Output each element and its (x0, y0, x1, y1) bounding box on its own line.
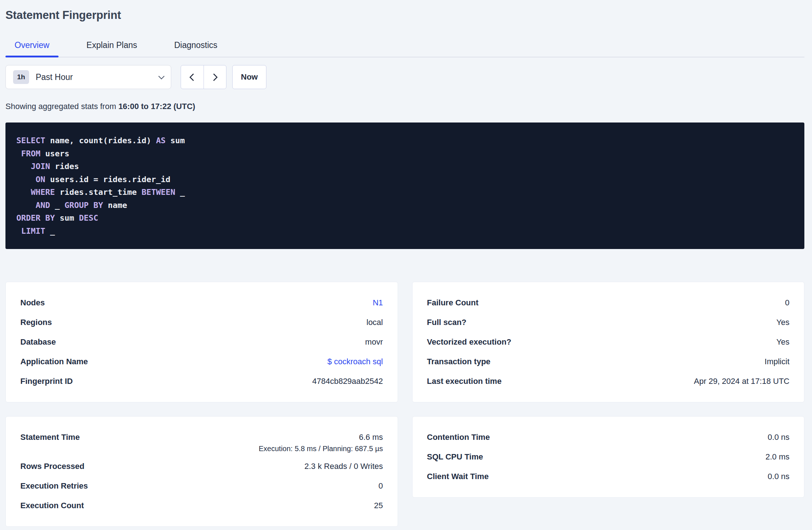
tab-diagnostics-label: Diagnostics (174, 40, 217, 50)
kv-value-text: 0.0 ns (768, 467, 789, 486)
sql-text (16, 162, 31, 171)
kv-value: local (366, 313, 383, 332)
tab-explain-plans-label: Explain Plans (87, 40, 137, 50)
kv-value-link[interactable]: $ cockroach sql (327, 352, 383, 372)
kv-row: Statement Time6.6 msExecution: 5.8 ms / … (20, 427, 383, 457)
kv-row: Application Name$ cockroach sql (20, 352, 383, 372)
kv-value: 0.0 ns (768, 467, 789, 486)
kv-row: Rows Processed2.3 k Reads / 0 Writes (20, 457, 383, 476)
sql-line: WHERE rides.start_time BETWEEN _ (16, 186, 793, 199)
kv-value: $ cockroach sql (327, 352, 383, 372)
kv-value-text: Apr 29, 2024 at 17:18 UTC (694, 372, 789, 391)
sql-text (16, 188, 31, 197)
kv-value: 2.0 ms (765, 447, 789, 467)
kv-label: Database (20, 332, 56, 352)
kv-label: Application Name (20, 352, 88, 372)
sql-line: AND _ GROUP BY name (16, 199, 793, 212)
card-wait-timings: Contention Time0.0 nsSQL CPU Time2.0 msC… (412, 416, 805, 498)
next-time-button[interactable] (204, 65, 226, 89)
sql-text: name, count(rides.id) (45, 136, 156, 145)
sql-text: sum (166, 136, 185, 145)
kv-value: 0 (785, 293, 789, 313)
kv-label: Contention Time (427, 427, 490, 447)
kv-value-text: Implicit (765, 352, 789, 372)
time-range-dropdown[interactable]: 1h Past Hour (5, 65, 171, 89)
kv-value: 6.6 msExecution: 5.8 ms / Planning: 687.… (259, 427, 383, 457)
sql-keyword: ORDER BY (16, 213, 55, 222)
kv-row: Databasemovr (20, 332, 383, 352)
sql-keyword: DESC (79, 213, 98, 222)
sql-keyword: WHERE (31, 188, 55, 197)
sql-line: FROM users (16, 147, 793, 160)
kv-row: Execution Retries0 (20, 476, 383, 496)
sql-text (16, 175, 36, 184)
sql-keyword: BETWEEN (141, 188, 175, 197)
sql-line: ORDER BY sum DESC (16, 212, 793, 225)
statement-fingerprint-page: Statement Fingerprint Overview Explain P… (0, 8, 812, 527)
sql-keyword: ON (36, 175, 45, 184)
tab-diagnostics[interactable]: Diagnostics (165, 36, 226, 57)
kv-label: SQL CPU Time (427, 447, 483, 467)
kv-value-text: 2.3 k Reads / 0 Writes (304, 457, 383, 476)
kv-label: Transaction type (427, 352, 491, 372)
card-execution-attributes: Failure Count0Full scan?YesVectorized ex… (412, 282, 805, 402)
kv-row: Failure Count0 (427, 293, 790, 313)
kv-value: Apr 29, 2024 at 17:18 UTC (694, 372, 789, 391)
summary-cards: NodesN1RegionslocalDatabasemovrApplicati… (5, 282, 804, 527)
kv-value-link[interactable]: N1 (373, 293, 383, 313)
page-title: Statement Fingerprint (5, 8, 804, 23)
chevron-down-icon (158, 73, 165, 79)
kv-label: Fingerprint ID (20, 372, 73, 391)
kv-row: Execution Count25 (20, 496, 383, 515)
kv-label: Statement Time (20, 427, 80, 447)
sql-keyword: AS (156, 136, 166, 145)
chevron-left-icon (189, 73, 197, 81)
kv-value-text: movr (365, 332, 383, 352)
sql-keyword: AND (36, 201, 50, 210)
kv-row: Vectorized execution?Yes (427, 332, 790, 352)
kv-value: 0.0 ns (768, 427, 789, 447)
kv-value-text: 4784cb829aab2542 (312, 372, 383, 391)
tab-overview[interactable]: Overview (5, 36, 59, 57)
sql-keyword: SELECT (16, 136, 45, 145)
kv-row: Full scan?Yes (427, 313, 790, 332)
kv-row: Transaction typeImplicit (427, 352, 790, 372)
kv-value-text: Yes (776, 332, 789, 352)
kv-label: Regions (20, 313, 52, 332)
kv-value-text: 2.0 ms (765, 447, 789, 467)
kv-value: Yes (776, 332, 789, 352)
prev-time-button[interactable] (181, 65, 204, 89)
kv-label: Vectorized execution? (427, 332, 511, 352)
sql-text: _ (45, 226, 55, 236)
sql-keyword: FROM (21, 149, 40, 158)
kv-value-text: local (366, 313, 383, 332)
kv-value: N1 (373, 293, 383, 313)
kv-value: movr (365, 332, 383, 352)
tab-explain-plans[interactable]: Explain Plans (77, 36, 146, 57)
kv-value-text: 0.0 ns (768, 427, 789, 447)
kv-row: Regionslocal (20, 313, 383, 332)
sql-text: rides (50, 162, 79, 171)
kv-row: NodesN1 (20, 293, 383, 313)
kv-label: Execution Retries (20, 476, 88, 496)
sql-keyword: LIMIT (21, 226, 45, 236)
kv-value: Implicit (765, 352, 789, 372)
stats-line-prefix: Showing aggregated stats from (5, 102, 118, 111)
sql-line: SELECT name, count(rides.id) AS sum (16, 134, 793, 147)
kv-label: Client Wait Time (427, 467, 489, 486)
kv-value-text: Yes (776, 313, 789, 332)
kv-label: Execution Count (20, 496, 84, 515)
now-button[interactable]: Now (232, 65, 266, 89)
sql-statement-block: SELECT name, count(rides.id) AS sum FROM… (5, 123, 804, 249)
sql-text: users.id = rides.rider_id (45, 175, 170, 184)
aggregated-stats-line: Showing aggregated stats from 16:00 to 1… (5, 101, 804, 112)
card-statement-timings: Statement Time6.6 msExecution: 5.8 ms / … (5, 416, 398, 527)
kv-value-text: 0 (785, 293, 789, 313)
sql-line: LIMIT _ (16, 225, 793, 238)
chevron-right-icon (210, 73, 218, 81)
kv-row: Client Wait Time0.0 ns (427, 467, 790, 486)
kv-value: 4784cb829aab2542 (312, 372, 383, 391)
kv-label: Full scan? (427, 313, 467, 332)
kv-value: 0 (378, 476, 383, 496)
sql-text (16, 149, 21, 158)
